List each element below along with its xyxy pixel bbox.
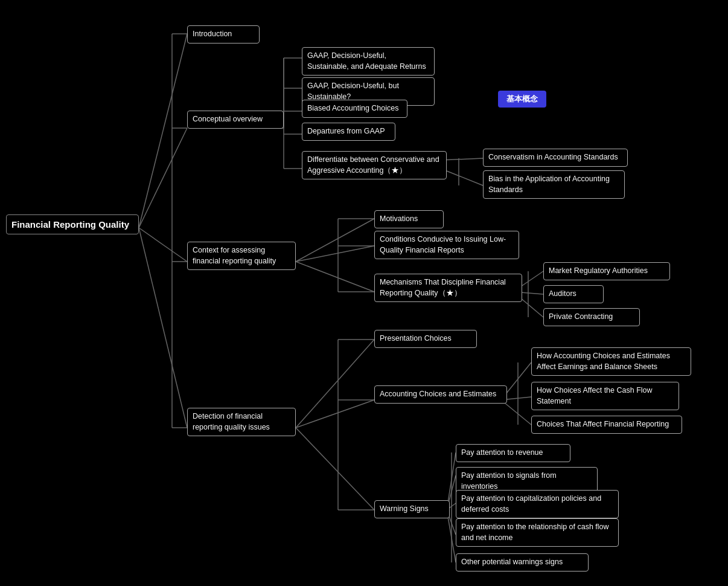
revenue-node: Pay attention to revenue (456, 444, 570, 462)
mechanisms-node: Mechanisms That Discipline Financial Rep… (374, 274, 522, 302)
private-node: Private Contracting (543, 308, 640, 326)
svg-line-22 (296, 262, 374, 292)
conditions-node: Conditions Conducive to Issuing Low-Qual… (374, 231, 519, 259)
differentiate-node: Differentiate between Conservative and A… (302, 151, 447, 179)
svg-line-21 (296, 246, 374, 262)
market-reg-node: Market Regulatory Authorities (543, 262, 670, 280)
gaap1-node: GAAP, Decision-Useful, Sustainable, and … (302, 47, 435, 76)
svg-line-33 (296, 428, 374, 510)
choices-affect-node: Choices That Affect Financial Reporting (531, 416, 682, 434)
context-node: Context for assessing financial reportin… (187, 242, 296, 270)
warning-signs-node: Warning Signs (374, 500, 450, 518)
svg-line-40 (501, 400, 531, 425)
svg-line-20 (296, 219, 374, 262)
accounting-choices-node: Accounting Choices and Estimates (374, 385, 507, 404)
conceptual-overview-node: Conceptual overview (187, 111, 284, 129)
svg-line-1 (139, 128, 187, 228)
svg-line-3 (139, 228, 187, 428)
motivations-node: Motivations (374, 210, 444, 228)
detection-node: Detection of financial reporting quality… (187, 408, 296, 436)
how-choices-cf-node: How Choices Affect the Cash Flow Stateme… (531, 382, 679, 410)
svg-line-31 (296, 340, 374, 428)
svg-line-2 (139, 228, 187, 262)
conservatism-node: Conservatism in Accounting Standards (483, 149, 628, 167)
biased-node: Biased Accounting Choices (302, 100, 407, 118)
svg-line-18 (441, 169, 483, 185)
bias-app-node: Bias in the Application of Accounting St… (483, 170, 625, 199)
how-accounting-node: How Accounting Choices and Estimates Aff… (531, 347, 691, 376)
svg-line-32 (296, 400, 374, 428)
presentation-node: Presentation Choices (374, 330, 477, 348)
capitalization-node: Pay attention to capitalization policies… (456, 490, 619, 518)
other-warnings-node: Other potential warnings signs (456, 553, 589, 572)
departures-node: Departures from GAAP (302, 123, 395, 141)
introduction-node: Introduction (187, 25, 260, 43)
kiji-concept-badge: 基本概念 (498, 91, 546, 108)
svg-line-17 (441, 158, 483, 160)
mind-map: Financial Reporting Quality Introduction… (0, 0, 728, 586)
auditors-node: Auditors (543, 285, 604, 303)
root-node: Financial Reporting Quality (6, 214, 139, 234)
cashflow-income-node: Pay attention to the relationship of cas… (456, 518, 619, 547)
svg-line-0 (139, 34, 187, 228)
